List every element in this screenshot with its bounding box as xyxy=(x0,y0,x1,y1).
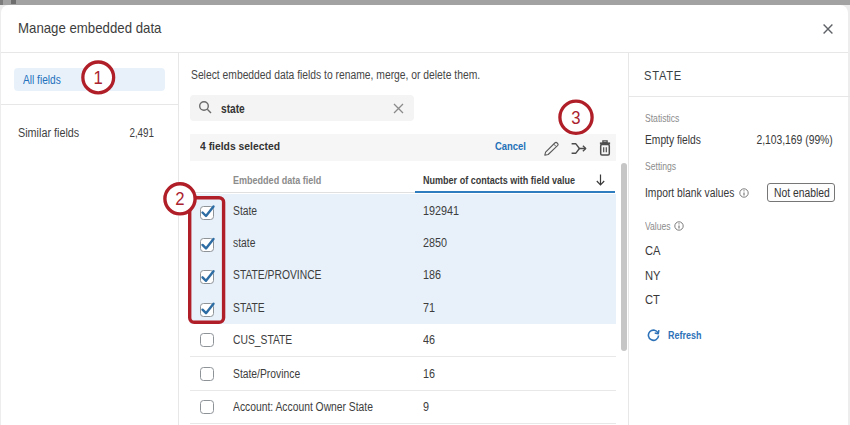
svg-text:2: 2 xyxy=(175,189,184,210)
svg-text:1: 1 xyxy=(94,67,103,88)
svg-text:3: 3 xyxy=(571,107,580,128)
